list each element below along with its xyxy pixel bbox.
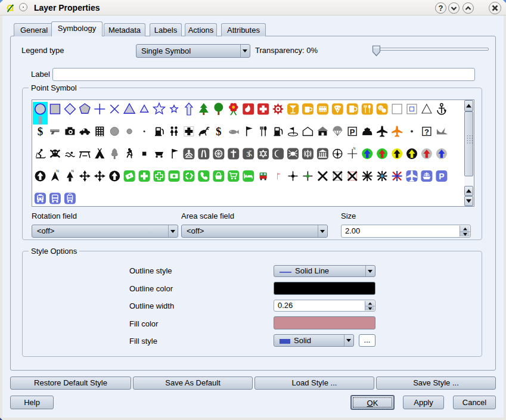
svg-text:$: $ [216,125,222,138]
svg-text:P: P [439,172,444,181]
svg-text:N: N [353,147,356,150]
svg-text:?: ? [424,127,429,136]
svg-text:N: N [56,169,58,173]
svg-text:P: P [350,127,355,136]
svg-text:N: N [71,169,73,173]
svg-text:?: ? [438,4,443,13]
svg-text:$: $ [38,125,44,138]
svg-text:3: 3 [246,150,250,158]
